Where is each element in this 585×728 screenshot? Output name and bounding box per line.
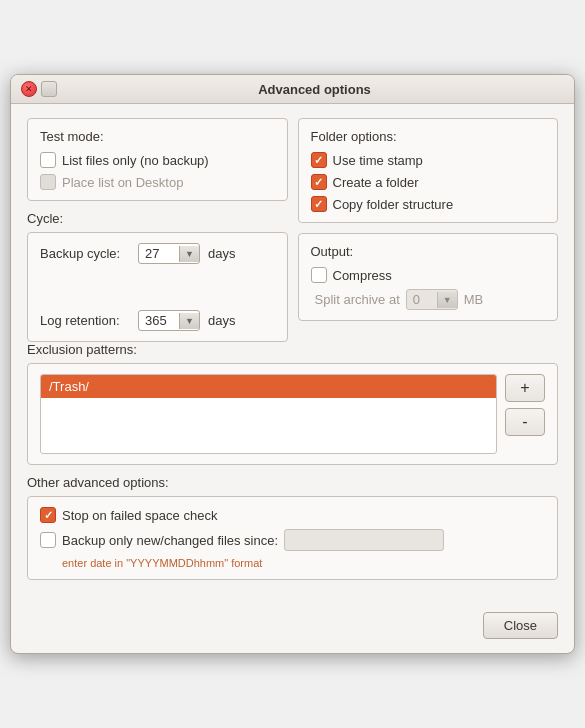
list-files-label: List files only (no backup) — [62, 153, 209, 168]
log-retention-row: Log retention: 365 ▼ days — [40, 310, 275, 331]
folder-options-label: Folder options: — [311, 129, 546, 144]
exclusion-list[interactable]: /Trash/ — [40, 374, 497, 454]
add-exclusion-button[interactable]: + — [505, 374, 545, 402]
output-group: Output: Compress Split archive at 0 ▼ MB — [298, 233, 559, 321]
create-folder-checkbox[interactable] — [311, 174, 327, 190]
backup-since-row: Backup only new/changed files since: — [40, 529, 545, 551]
other-advanced-section: Other advanced options: Stop on failed s… — [27, 475, 558, 580]
split-archive-value: 0 — [407, 290, 437, 309]
log-retention-value: 365 — [139, 311, 179, 330]
stop-on-failed-checkbox[interactable] — [40, 507, 56, 523]
main-content: Test mode: List files only (no backup) P… — [11, 104, 574, 608]
backup-cycle-value: 27 — [139, 244, 179, 263]
advanced-options-window: ✕ Advanced options Test mode: List files… — [10, 74, 575, 654]
create-folder-row: Create a folder — [311, 174, 546, 190]
remove-exclusion-button[interactable]: - — [505, 408, 545, 436]
place-list-row: Place list on Desktop — [40, 174, 275, 190]
footer: Close — [11, 608, 574, 653]
titlebar: ✕ Advanced options — [11, 75, 574, 104]
exclusion-item-empty — [41, 398, 496, 442]
log-retention-label: Log retention: — [40, 313, 130, 328]
stop-on-failed-label: Stop on failed space check — [62, 508, 217, 523]
stop-on-failed-row: Stop on failed space check — [40, 507, 545, 523]
exclusion-list-wrap: /Trash/ + - — [40, 374, 545, 454]
create-folder-label: Create a folder — [333, 175, 419, 190]
copy-structure-row: Copy folder structure — [311, 196, 546, 212]
window-controls: ✕ — [21, 81, 57, 97]
compress-checkbox[interactable] — [311, 267, 327, 283]
split-archive-arrow[interactable]: ▼ — [437, 292, 457, 308]
copy-structure-checkbox[interactable] — [311, 196, 327, 212]
cycle-label: Cycle: — [27, 211, 288, 226]
close-window-button[interactable]: ✕ — [21, 81, 37, 97]
other-advanced-group: Stop on failed space check Backup only n… — [27, 496, 558, 580]
exclusion-buttons: + - — [505, 374, 545, 454]
close-button[interactable]: Close — [483, 612, 558, 639]
backup-cycle-unit: days — [208, 246, 235, 261]
backup-cycle-label: Backup cycle: — [40, 246, 130, 261]
test-mode-label: Test mode: — [40, 129, 275, 144]
date-hint: enter date in "YYYYMMDDhhmm" format — [62, 557, 545, 569]
compress-row: Compress — [311, 267, 546, 283]
cycle-group: Backup cycle: 27 ▼ days Log retention: 3… — [27, 232, 288, 342]
backup-cycle-arrow[interactable]: ▼ — [179, 246, 199, 262]
exclusion-label: Exclusion patterns: — [27, 342, 558, 357]
compress-label: Compress — [333, 268, 392, 283]
list-files-checkbox[interactable] — [40, 152, 56, 168]
test-mode-group: Test mode: List files only (no backup) P… — [27, 118, 288, 201]
log-retention-unit: days — [208, 313, 235, 328]
left-column: Test mode: List files only (no backup) P… — [27, 118, 288, 342]
window-title: Advanced options — [65, 82, 564, 97]
split-archive-row: Split archive at 0 ▼ MB — [311, 289, 546, 310]
output-label: Output: — [311, 244, 546, 259]
backup-since-checkbox[interactable] — [40, 532, 56, 548]
backup-cycle-select[interactable]: 27 ▼ — [138, 243, 200, 264]
use-timestamp-label: Use time stamp — [333, 153, 423, 168]
exclusion-item-selected[interactable]: /Trash/ — [41, 375, 496, 398]
backup-cycle-row: Backup cycle: 27 ▼ days — [40, 243, 275, 264]
exclusion-section: Exclusion patterns: /Trash/ + - — [27, 342, 558, 465]
top-columns: Test mode: List files only (no backup) P… — [27, 118, 558, 342]
split-archive-label: Split archive at — [315, 292, 400, 307]
right-column: Folder options: Use time stamp Create a … — [298, 118, 559, 342]
place-list-label: Place list on Desktop — [62, 175, 183, 190]
folder-options-group: Folder options: Use time stamp Create a … — [298, 118, 559, 223]
use-timestamp-row: Use time stamp — [311, 152, 546, 168]
use-timestamp-checkbox[interactable] — [311, 152, 327, 168]
split-archive-unit: MB — [464, 292, 484, 307]
log-retention-arrow[interactable]: ▼ — [179, 313, 199, 329]
backup-since-input[interactable] — [284, 529, 444, 551]
list-files-row: List files only (no backup) — [40, 152, 275, 168]
log-retention-select[interactable]: 365 ▼ — [138, 310, 200, 331]
other-advanced-label: Other advanced options: — [27, 475, 558, 490]
place-list-checkbox[interactable] — [40, 174, 56, 190]
exclusion-group: /Trash/ + - — [27, 363, 558, 465]
backup-since-label: Backup only new/changed files since: — [62, 533, 278, 548]
minimize-button[interactable] — [41, 81, 57, 97]
copy-structure-label: Copy folder structure — [333, 197, 454, 212]
split-archive-select[interactable]: 0 ▼ — [406, 289, 458, 310]
